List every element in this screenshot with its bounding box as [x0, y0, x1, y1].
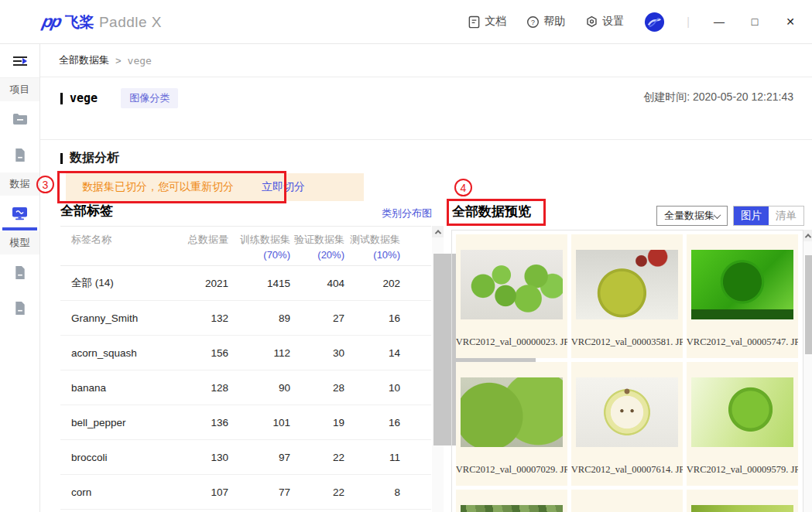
- breadcrumb-current: vege: [128, 55, 152, 67]
- image-thumbnail: [461, 505, 563, 512]
- chevron-down-icon: [714, 211, 721, 219]
- table-cell: 1415: [228, 266, 290, 301]
- breadcrumb: 全部数据集 > vege: [40, 44, 812, 77]
- docs-button[interactable]: 文档: [468, 15, 506, 29]
- sidebar-group-model: 模型: [0, 231, 39, 254]
- column-header: 训练数据集(70%): [228, 227, 290, 266]
- view-list-button[interactable]: 清单: [769, 207, 803, 225]
- table-row[interactable]: Granny_Smith132892716: [60, 301, 431, 336]
- table-cell: broccoli: [60, 440, 169, 475]
- sidebar-item-model-doc-2[interactable]: [0, 290, 39, 326]
- image-thumbnail: [576, 505, 678, 512]
- image-card[interactable]: ILSVRC2012_val_00000023. JPEG: [456, 234, 567, 358]
- image-thumbnail: [691, 505, 793, 512]
- paddlex-window: pp 飞桨 Paddle X 文档 ? 帮助 设置 | — □ ✕: [0, 0, 812, 512]
- help-icon: ?: [526, 15, 540, 29]
- resplit-link[interactable]: 立即切分: [262, 180, 305, 194]
- image-card[interactable]: [456, 490, 567, 512]
- table-cell: 30: [290, 336, 344, 370]
- sidebar-group-data: 数据: [0, 172, 39, 196]
- image-filename: ILSVRC2012_val_00000023. JPEG: [456, 336, 567, 349]
- table-cell: 16: [344, 405, 431, 440]
- image-thumbnail: [576, 377, 678, 447]
- image-card[interactable]: [687, 490, 798, 512]
- main-content: vege 图像分类 创建时间: 2020-05-20 12:21:43 数据分析…: [40, 77, 812, 512]
- image-thumbnail: [691, 377, 793, 447]
- table-row[interactable]: acorn_squash1561123014: [60, 336, 431, 370]
- table-cell: 404: [290, 266, 344, 301]
- gear-icon: [585, 15, 598, 29]
- image-card[interactable]: ILSVRC2012_val_00007614. JPEG: [571, 362, 683, 486]
- image-card[interactable]: [571, 490, 683, 512]
- settings-button[interactable]: 设置: [585, 15, 624, 29]
- image-card[interactable]: ILSVRC2012_val_00005747. JPEG: [687, 234, 798, 358]
- dataset-scope-value: 全量数据集: [664, 209, 714, 223]
- svg-text:?: ?: [531, 18, 535, 26]
- view-image-button[interactable]: 图片: [734, 207, 769, 225]
- image-card[interactable]: ILSVRC2012_val_00007029. JPEG: [456, 362, 567, 486]
- image-thumbnail: [461, 250, 563, 319]
- table-row[interactable]: corn10777228: [60, 475, 431, 510]
- table-cell: 2021: [169, 266, 228, 301]
- sidebar-group-project: 项目: [0, 78, 39, 101]
- table-cell: 130: [169, 440, 228, 475]
- table-cell: corn: [60, 475, 169, 510]
- breadcrumb-all-datasets[interactable]: 全部数据集: [59, 53, 109, 67]
- table-cell: Granny_Smith: [60, 301, 169, 336]
- table-row[interactable]: 全部 (14)20211415404202: [60, 266, 431, 301]
- minimize-button[interactable]: —: [711, 15, 727, 28]
- menu-icon: [13, 56, 27, 66]
- table-cell: 22: [290, 440, 344, 475]
- created-time: 创建时间: 2020-05-20 12:21:43: [643, 90, 793, 104]
- paddle-logo-icon: pp: [40, 12, 62, 32]
- help-button[interactable]: ? 帮助: [526, 15, 565, 29]
- column-header: 标签名称: [60, 227, 169, 266]
- table-row[interactable]: broccoli130972211: [60, 440, 431, 475]
- sidebar-item-datasets[interactable]: [0, 196, 39, 231]
- table-scrollbar[interactable]: [432, 226, 444, 512]
- column-header: 测试数据集(10%): [344, 227, 431, 266]
- table-cell: 156: [169, 336, 228, 370]
- docs-label: 文档: [485, 15, 506, 29]
- image-thumbnail: [691, 250, 793, 319]
- scroll-up-icon[interactable]: [432, 226, 444, 237]
- table-cell: acorn_squash: [60, 336, 169, 370]
- labels-table-body: 全部 (14)20211415404202Granny_Smith1328927…: [60, 266, 431, 510]
- labels-table-header: 标签名称总数据量训练数据集(70%)验证数据集(20%)测试数据集(10%): [60, 227, 431, 266]
- table-row[interactable]: banana128902810: [60, 370, 431, 405]
- table-row[interactable]: bell_pepper1361011916: [60, 405, 431, 440]
- folder-icon: [12, 113, 28, 125]
- help-label: 帮助: [543, 15, 565, 29]
- image-card[interactable]: ILSVRC2012_val_00009579. JPEG: [687, 362, 798, 486]
- collapse-menu-button[interactable]: [0, 44, 39, 78]
- sidebar-item-project-doc[interactable]: [0, 137, 39, 172]
- maximize-button[interactable]: □: [747, 15, 762, 28]
- image-filename: ILSVRC2012_val_00009579. JPEG: [687, 464, 798, 476]
- table-cell: 101: [228, 405, 290, 440]
- table-cell: 22: [290, 475, 344, 510]
- scroll-up-icon[interactable]: [803, 230, 812, 241]
- dataset-scope-select[interactable]: 全量数据集: [656, 206, 728, 226]
- dataset-name: vege: [70, 91, 98, 105]
- file-icon: [14, 265, 26, 280]
- split-alert: 数据集已切分，您可以重新切分 立即切分: [66, 173, 364, 201]
- file-icon: [14, 301, 26, 316]
- column-header: 验证数据集(20%): [290, 227, 344, 266]
- sidebar-item-project-list[interactable]: [0, 101, 39, 137]
- table-cell: 136: [169, 405, 228, 440]
- close-button[interactable]: ✕: [783, 15, 798, 28]
- table-cell: 128: [169, 370, 228, 405]
- preview-scrollbar-thumb[interactable]: [805, 255, 812, 354]
- preview-scrollbar[interactable]: [803, 230, 812, 512]
- analysis-section-title: 数据分析: [70, 150, 119, 166]
- table-cell: 132: [169, 301, 228, 336]
- file-icon: [14, 148, 26, 162]
- class-distribution-link[interactable]: 类别分布图: [382, 207, 432, 220]
- image-filename: ILSVRC2012_val_00007614. JPEG: [571, 464, 683, 476]
- sidebar-item-model-doc-1[interactable]: [0, 254, 39, 290]
- user-avatar[interactable]: [644, 12, 665, 32]
- image-card[interactable]: ILSVRC2012_val_00003581. JPEG: [571, 234, 683, 358]
- sidebar: 项目 数据 模型: [0, 44, 40, 512]
- table-cell: 97: [228, 440, 290, 475]
- dataset-type-badge: 图像分类: [121, 88, 178, 108]
